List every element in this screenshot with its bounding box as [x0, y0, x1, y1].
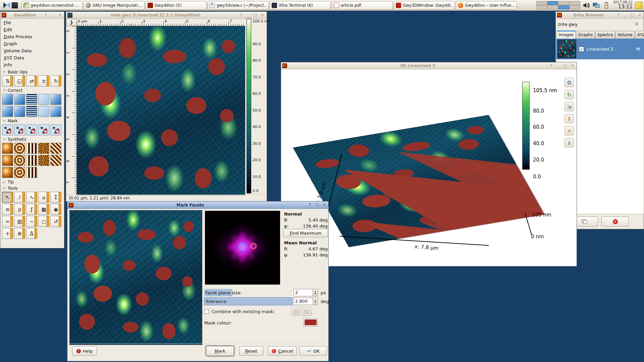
particles-synth-icon[interactable] [2, 143, 13, 154]
workspace-pager[interactable] [536, 1, 580, 9]
domains-synth-icon[interactable] [2, 155, 13, 166]
spiral-synth-icon[interactable] [26, 155, 37, 166]
ruler-corner-button[interactable]: ❯ [66, 19, 77, 26]
dialog-titlebar[interactable]: Ɠ Mark Facets ↑ □ × [67, 201, 328, 209]
scale-icon[interactable]: ⇅ [2, 75, 13, 86]
fractal-synth-icon[interactable] [38, 155, 49, 166]
taskbar-window-button-gwy3dwindow-gwyddi-[interactable]: Gwy3DWindow: Gwyddi... [394, 1, 455, 10]
view-settings-gear-icon[interactable]: ⚙ [565, 78, 574, 87]
profile-tool-icon[interactable]: ∿ [26, 192, 37, 203]
rotate-icon[interactable]: ↻ [50, 75, 61, 86]
zoom-tool-icon[interactable]: ⊕ [14, 228, 25, 239]
minimize-button[interactable]: _ [555, 63, 561, 68]
taskbar-window-button-gwyddion-user-influe-[interactable]: Gwyddion – User Influe... [456, 1, 517, 10]
waves-synth-icon[interactable] [14, 155, 25, 166]
menu-graph[interactable]: Graph [0, 40, 64, 47]
shade-button[interactable]: ↑ [615, 13, 621, 18]
facet-size-spinner[interactable]: ▲▼ [313, 289, 318, 296]
tab-images[interactable]: Images [556, 31, 576, 39]
help-button[interactable]: ? Help [72, 346, 97, 356]
close-button[interactable]: × [570, 63, 575, 68]
mark-grains-icon[interactable] [2, 124, 13, 135]
remove-grains-icon[interactable] [14, 124, 25, 135]
taskbar-window-button-xfce-terminal-6-[interactable]: Xfce Terminal (6) [270, 1, 331, 10]
fibres-synth-icon[interactable] [50, 155, 61, 166]
shade-button[interactable]: ↑ [548, 63, 554, 68]
line-noise-synth-icon[interactable] [50, 143, 61, 154]
line-stats-tool-icon[interactable]: ≡ [2, 204, 13, 215]
section-header-basic-ops[interactable]: ▽Basic Ops [0, 69, 64, 75]
taskbar-window-button-gwyddion-5-[interactable]: Gwyddion (5) [146, 1, 207, 10]
shade-button[interactable]: ↑ [238, 13, 244, 18]
roughness-tool-icon[interactable]: ρ [14, 204, 25, 215]
maximize-button[interactable]: □ [630, 13, 635, 18]
minimize-button[interactable]: _ [246, 13, 251, 18]
scale-icon[interactable]: ⇲ [565, 102, 574, 111]
menu-data-process[interactable]: Data Process [0, 33, 64, 40]
minimize-button[interactable]: _ [623, 13, 628, 18]
path-select-tool-icon[interactable]: ≈ [2, 216, 13, 227]
drift-compensate-icon[interactable] [50, 106, 61, 117]
maximize-button[interactable]: □ [253, 13, 258, 18]
3d-surface-view[interactable] [293, 115, 544, 247]
step-line-correct-icon[interactable] [38, 94, 49, 105]
distance-tool-icon[interactable]: / [14, 192, 25, 203]
light-icon[interactable]: ☀ [565, 126, 574, 135]
xfce-menu-icon[interactable] [3, 1, 11, 9]
section-header-mark[interactable]: ▽Mark [0, 118, 64, 124]
section-header-synthetic[interactable]: ▽Synthetic [0, 136, 64, 142]
shade-button[interactable]: ↑ [307, 202, 313, 207]
section-header-tip[interactable]: ▷Tip [0, 179, 64, 185]
mask-intersect-button[interactable] [302, 307, 312, 316]
remove-spots-icon[interactable] [26, 106, 37, 117]
z-scale-icon[interactable]: ↕ [565, 114, 574, 123]
grain-measure-tool-icon[interactable]: ◉ [50, 204, 61, 215]
minimize-button[interactable]: _ [50, 13, 56, 18]
mask-editor-icon[interactable] [38, 124, 49, 135]
delete-data-button[interactable]: ✕ [601, 217, 629, 227]
polynomial-level-icon[interactable] [50, 94, 61, 105]
path-level-icon[interactable] [2, 106, 13, 117]
facet-plane-size-input[interactable]: 2 [293, 289, 313, 296]
taskbar-window-button-gwy3dview-c-project-[interactable]: gwy3dview.c (~/Project... [208, 1, 269, 10]
spectro-tool-icon[interactable]: ⌂ [38, 192, 49, 203]
data-window-titlebar[interactable]: znte.gwy [Linearized Z] 1:1 (Gwyddion) ↑… [66, 12, 267, 19]
list-item[interactable]: ✓ Linearized Z M [556, 39, 644, 59]
menu-xyz-data[interactable]: XYZ Data [0, 54, 64, 61]
level-icon[interactable] [2, 94, 13, 105]
3d-window-titlebar[interactable]: Ɠ 3D Linearized Z ↑ _ □ × [281, 62, 577, 69]
extend-icon[interactable]: ⇄ [26, 75, 37, 86]
facet-level-icon[interactable] [14, 94, 25, 105]
combine-mask-checkbox[interactable] [204, 309, 209, 314]
close-button[interactable]: × [637, 13, 642, 18]
mask-union-button[interactable] [291, 307, 301, 316]
menu-edit[interactable]: Edit [0, 26, 64, 33]
sfunctions-tool-icon[interactable]: Δ [26, 228, 37, 239]
tolerance-spinner[interactable]: ▲▼ [313, 298, 318, 305]
menu-file[interactable]: File [0, 19, 64, 26]
noise-synth-icon[interactable] [38, 143, 49, 154]
crop-icon[interactable]: ◱ [14, 75, 25, 86]
clock[interactable]: 2017-08-12 13:11 [612, 1, 633, 9]
mark-button[interactable]: Mark [206, 346, 234, 356]
grid-correction-icon[interactable] [14, 106, 25, 117]
maximize-button[interactable]: □ [562, 63, 568, 68]
pointer-ruler-tool-icon[interactable]: ↖ [2, 192, 13, 203]
section-header-correct[interactable]: ▽Correct [0, 87, 64, 94]
bubbles-synth-icon[interactable] [14, 167, 25, 178]
color-range-tool-icon[interactable]: ▥ [14, 216, 25, 227]
tab-volume[interactable]: Volume [615, 31, 635, 39]
align-rows-icon[interactable] [26, 94, 37, 105]
close-button[interactable]: × [260, 13, 265, 18]
visibility-checkbox[interactable]: ✓ [579, 47, 584, 52]
rotate-icon[interactable]: ↻ [565, 90, 574, 99]
ok-button[interactable]: ↩ OK [300, 346, 327, 356]
arithmetic-icon[interactable]: ± [38, 75, 49, 86]
cancel-button[interactable]: Cancel [268, 346, 297, 356]
menu-volume-data[interactable]: Volume Data [0, 47, 64, 54]
mask-colour-button[interactable] [303, 318, 318, 326]
facet-preview-image[interactable] [69, 210, 202, 345]
file-manager-icon[interactable] [11, 1, 19, 9]
find-maximum-button[interactable]: Find Maximum [283, 229, 328, 237]
stripes-synth-icon[interactable] [26, 167, 37, 178]
